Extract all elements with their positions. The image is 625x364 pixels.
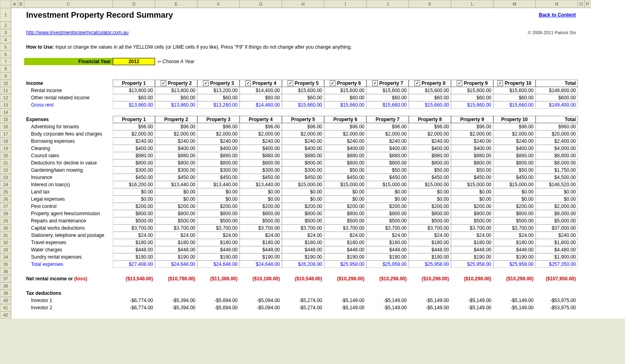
property-checkbox[interactable]: ✓ xyxy=(245,80,251,86)
row-header-14[interactable]: 14 xyxy=(0,109,11,116)
row-header-29[interactable]: 29 xyxy=(0,217,11,224)
expense-cell: $400.00 xyxy=(240,145,282,152)
row-header-20[interactable]: 20 xyxy=(0,152,11,159)
row-header-12[interactable]: 12 xyxy=(0,94,11,101)
col-header-A[interactable]: A xyxy=(11,0,18,8)
financial-year-label[interactable]: Financial Year xyxy=(24,58,113,65)
property-checkbox[interactable]: ✓ xyxy=(372,80,378,86)
row-header-5[interactable]: 5 xyxy=(0,43,11,51)
row-header-41[interactable]: 41 xyxy=(0,304,11,311)
property-checkbox[interactable]: ✓ xyxy=(414,80,420,86)
row-header-18[interactable]: 18 xyxy=(0,138,11,145)
expense-cell: $800.00 xyxy=(113,159,155,167)
row-header-19[interactable]: 19 xyxy=(0,145,11,152)
property-checkbox[interactable]: ✓ xyxy=(330,80,335,86)
income-col-header[interactable]: ✓Property 4 xyxy=(240,80,282,87)
col-header-J[interactable]: J xyxy=(366,0,409,8)
income-row-label: Gross rent xyxy=(24,101,113,109)
expense-cell: $180.00 xyxy=(282,239,324,246)
col-header-K[interactable]: K xyxy=(409,0,451,8)
col-header-F[interactable]: F xyxy=(197,0,240,8)
row-header-42[interactable]: 42 xyxy=(0,311,11,319)
income-col-header[interactable]: Property 1 xyxy=(113,80,155,87)
row-header-15[interactable]: 15 xyxy=(0,116,11,123)
row-header-39[interactable]: 39 xyxy=(0,290,11,297)
property-checkbox[interactable]: ✓ xyxy=(288,80,293,86)
property-checkbox[interactable]: ✓ xyxy=(161,80,166,86)
income-col-header[interactable]: ✓Property 3 xyxy=(197,80,240,87)
col-header-P[interactable]: P xyxy=(584,0,591,8)
row-header-36[interactable]: 36 xyxy=(0,268,11,275)
row-header-22[interactable]: 22 xyxy=(0,167,11,174)
row-header-11[interactable]: 11 xyxy=(0,87,11,94)
col-header-G[interactable]: G xyxy=(240,0,282,8)
row-header-8[interactable]: 8 xyxy=(0,65,11,72)
income-col-header[interactable]: ✓Property 8 xyxy=(409,80,451,87)
row-header-4[interactable]: 4 xyxy=(0,36,11,43)
row-header-38[interactable]: 38 xyxy=(0,282,11,290)
expense-cell: $2,000.00 xyxy=(155,130,197,138)
row-header-17[interactable]: 17 xyxy=(0,130,11,138)
expense-cell: $240.00 xyxy=(282,138,324,145)
row-header-30[interactable]: 30 xyxy=(0,224,11,232)
tax-cell: -$5,149.00 xyxy=(451,297,493,304)
col-header-I[interactable]: I xyxy=(324,0,366,8)
income-col-header[interactable]: ✓Property 7 xyxy=(366,80,409,87)
col-header-H[interactable]: H xyxy=(282,0,324,8)
row-header-21[interactable]: 21 xyxy=(0,159,11,167)
col-header-O[interactable]: O xyxy=(578,0,584,8)
row-header-2[interactable]: 2 xyxy=(0,22,11,29)
col-header-L[interactable]: L xyxy=(451,0,493,8)
row-header-27[interactable]: 27 xyxy=(0,203,11,210)
row-header-34[interactable]: 34 xyxy=(0,253,11,261)
row-header-31[interactable]: 31 xyxy=(0,232,11,239)
col-header-M[interactable]: M xyxy=(493,0,536,8)
row-header-1[interactable]: 1 xyxy=(0,8,11,22)
row-header-33[interactable]: 33 xyxy=(0,246,11,253)
expense-cell: $800.00 xyxy=(409,210,451,217)
site-url-link[interactable]: http://www.investmentpropertycalculator.… xyxy=(24,29,324,36)
financial-year-input[interactable]: 2012 xyxy=(113,58,155,65)
expense-cell: $0.00 xyxy=(155,195,197,203)
row-header-7[interactable]: 7 xyxy=(0,58,11,65)
expense-cell: $240.00 xyxy=(366,138,409,145)
income-col-header[interactable]: ✓Property 6 xyxy=(324,80,366,87)
row-header-26[interactable]: 26 xyxy=(0,195,11,203)
expense-cell: $180.00 xyxy=(240,239,282,246)
property-checkbox[interactable]: ✓ xyxy=(457,80,462,86)
expense-row-label: Sundry rental expenses xyxy=(24,253,113,261)
row-header-25[interactable]: 25 xyxy=(0,188,11,195)
expense-cell: $800.00 xyxy=(451,210,493,217)
row-header-6[interactable]: 6 xyxy=(0,51,11,58)
col-header-N[interactable]: N xyxy=(536,0,578,8)
expense-cell: $15,000.00 xyxy=(493,181,536,188)
income-col-header[interactable]: ✓Property 10 xyxy=(493,80,536,87)
spreadsheet-grid[interactable]: ABCDEFGHIJKLMNOP123456789101112131415161… xyxy=(0,0,625,319)
expense-cell: $190.00 xyxy=(366,253,409,261)
income-col-header[interactable]: ✓Property 2 xyxy=(155,80,197,87)
property-checkbox[interactable]: ✓ xyxy=(203,80,209,86)
row-header-32[interactable]: 32 xyxy=(0,239,11,246)
back-to-content-link[interactable]: Back to Content xyxy=(493,8,578,22)
expense-cell: $180.00 xyxy=(409,239,451,246)
property-checkbox[interactable]: ✓ xyxy=(497,80,503,86)
row-header-35[interactable]: 35 xyxy=(0,261,11,268)
income-col-header[interactable]: ✓Property 5 xyxy=(282,80,324,87)
row-header-13[interactable]: 13 xyxy=(0,101,11,109)
row-header-40[interactable]: 40 xyxy=(0,297,11,304)
col-header-B[interactable]: B xyxy=(18,0,24,8)
row-header-3[interactable]: 3 xyxy=(0,29,11,36)
col-header-E[interactable]: E xyxy=(155,0,197,8)
expense-cell: $2,000.00 xyxy=(493,130,536,138)
col-header-D[interactable]: D xyxy=(113,0,155,8)
row-header-28[interactable]: 28 xyxy=(0,210,11,217)
col-header-C[interactable]: C xyxy=(24,0,113,8)
income-col-header[interactable]: ✓Property 9 xyxy=(451,80,493,87)
row-header-16[interactable]: 16 xyxy=(0,123,11,130)
row-header-37[interactable]: 37 xyxy=(0,275,11,282)
net-rental-cell: ($10,188.00) xyxy=(240,275,282,282)
row-header-10[interactable]: 10 xyxy=(0,80,11,87)
row-header-24[interactable]: 24 xyxy=(0,181,11,188)
row-header-23[interactable]: 23 xyxy=(0,174,11,181)
row-header-9[interactable]: 9 xyxy=(0,72,11,80)
